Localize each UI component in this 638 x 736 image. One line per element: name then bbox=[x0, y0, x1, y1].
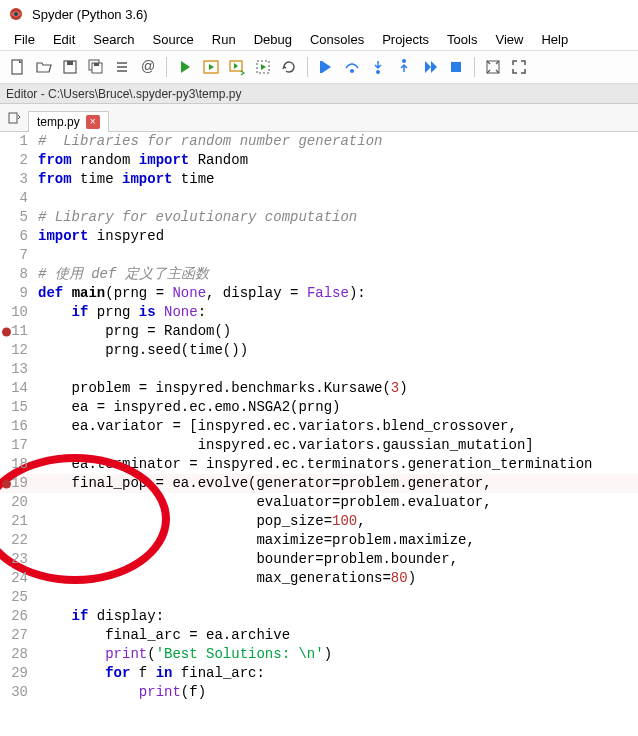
line-number[interactable]: 25 bbox=[0, 588, 34, 607]
line-number[interactable]: 3 bbox=[0, 170, 34, 189]
code-line[interactable]: 1# Libraries for random number generatio… bbox=[0, 132, 638, 151]
step-over-button[interactable] bbox=[340, 55, 364, 79]
code-text[interactable]: evaluator=problem.evaluator, bbox=[34, 493, 638, 512]
code-line[interactable]: 29 for f in final_arc: bbox=[0, 664, 638, 683]
line-number[interactable]: 18 bbox=[0, 455, 34, 474]
code-line[interactable]: 12 prng.seed(time()) bbox=[0, 341, 638, 360]
code-text[interactable] bbox=[34, 360, 638, 379]
code-line[interactable]: 19 final_pop = ea.evolve(generator=probl… bbox=[0, 474, 638, 493]
code-text[interactable]: def main(prng = None, display = False): bbox=[34, 284, 638, 303]
code-text[interactable] bbox=[34, 189, 638, 208]
line-number[interactable]: 16 bbox=[0, 417, 34, 436]
run-selection-button[interactable] bbox=[251, 55, 275, 79]
menu-consoles[interactable]: Consoles bbox=[302, 30, 372, 49]
rerun-button[interactable] bbox=[277, 55, 301, 79]
code-text[interactable]: ea.variator = [inspyred.ec.variators.ble… bbox=[34, 417, 638, 436]
code-line[interactable]: 22 maximize=problem.maximize, bbox=[0, 531, 638, 550]
code-line[interactable]: 11 prng = Random() bbox=[0, 322, 638, 341]
line-number[interactable]: 22 bbox=[0, 531, 34, 550]
code-line[interactable]: 27 final_arc = ea.archive bbox=[0, 626, 638, 645]
line-number[interactable]: 14 bbox=[0, 379, 34, 398]
step-into-button[interactable] bbox=[366, 55, 390, 79]
code-text[interactable]: # Library for evolutionary computation bbox=[34, 208, 638, 227]
code-line[interactable]: 2from random import Random bbox=[0, 151, 638, 170]
line-number[interactable]: 27 bbox=[0, 626, 34, 645]
at-button[interactable]: @ bbox=[136, 55, 160, 79]
breakpoint-icon[interactable] bbox=[2, 479, 11, 488]
code-text[interactable]: final_arc = ea.archive bbox=[34, 626, 638, 645]
close-tab-button[interactable]: × bbox=[86, 115, 100, 129]
maximize-pane-button[interactable] bbox=[481, 55, 505, 79]
run-cell-advance-button[interactable] bbox=[225, 55, 249, 79]
line-number[interactable]: 8 bbox=[0, 265, 34, 284]
code-text[interactable]: for f in final_arc: bbox=[34, 664, 638, 683]
code-line[interactable]: 8# 使用 def 定义了主函数 bbox=[0, 265, 638, 284]
code-line[interactable]: 25 bbox=[0, 588, 638, 607]
code-line[interactable]: 23 bounder=problem.bounder, bbox=[0, 550, 638, 569]
code-line[interactable]: 21 pop_size=100, bbox=[0, 512, 638, 531]
menu-view[interactable]: View bbox=[487, 30, 531, 49]
line-number[interactable]: 11 bbox=[0, 322, 34, 341]
menu-run[interactable]: Run bbox=[204, 30, 244, 49]
line-number[interactable]: 9 bbox=[0, 284, 34, 303]
fullscreen-button[interactable] bbox=[507, 55, 531, 79]
code-line[interactable]: 9def main(prng = None, display = False): bbox=[0, 284, 638, 303]
line-number[interactable]: 13 bbox=[0, 360, 34, 379]
line-number[interactable]: 1 bbox=[0, 132, 34, 151]
code-text[interactable] bbox=[34, 246, 638, 265]
line-number[interactable]: 6 bbox=[0, 227, 34, 246]
code-line[interactable]: 6import inspyred bbox=[0, 227, 638, 246]
code-line[interactable]: 16 ea.variator = [inspyred.ec.variators.… bbox=[0, 417, 638, 436]
line-number[interactable]: 7 bbox=[0, 246, 34, 265]
run-cell-button[interactable] bbox=[199, 55, 223, 79]
line-number[interactable]: 26 bbox=[0, 607, 34, 626]
menu-help[interactable]: Help bbox=[533, 30, 576, 49]
code-text[interactable]: print('Best Solutions: \n') bbox=[34, 645, 638, 664]
editor-tab[interactable]: temp.py × bbox=[28, 111, 109, 132]
code-line[interactable]: 10 if prng is None: bbox=[0, 303, 638, 322]
line-number[interactable]: 2 bbox=[0, 151, 34, 170]
code-line[interactable]: 26 if display: bbox=[0, 607, 638, 626]
code-text[interactable]: final_pop = ea.evolve(generator=problem.… bbox=[34, 474, 638, 493]
code-text[interactable]: bounder=problem.bounder, bbox=[34, 550, 638, 569]
menu-projects[interactable]: Projects bbox=[374, 30, 437, 49]
line-number[interactable]: 29 bbox=[0, 664, 34, 683]
list-button[interactable] bbox=[110, 55, 134, 79]
code-line[interactable]: 15 ea = inspyred.ec.emo.NSGA2(prng) bbox=[0, 398, 638, 417]
line-number[interactable]: 15 bbox=[0, 398, 34, 417]
line-number[interactable]: 21 bbox=[0, 512, 34, 531]
code-line[interactable]: 18 ea.terminator = inspyred.ec.terminato… bbox=[0, 455, 638, 474]
menu-source[interactable]: Source bbox=[145, 30, 202, 49]
menu-edit[interactable]: Edit bbox=[45, 30, 83, 49]
code-line[interactable]: 13 bbox=[0, 360, 638, 379]
code-text[interactable]: prng = Random() bbox=[34, 322, 638, 341]
save-all-button[interactable] bbox=[84, 55, 108, 79]
code-text[interactable]: if display: bbox=[34, 607, 638, 626]
line-number[interactable]: 28 bbox=[0, 645, 34, 664]
code-text[interactable]: ea.terminator = inspyred.ec.terminators.… bbox=[34, 455, 638, 474]
code-line[interactable]: 14 problem = inspyred.benchmarks.Kursawe… bbox=[0, 379, 638, 398]
code-text[interactable]: prng.seed(time()) bbox=[34, 341, 638, 360]
code-text[interactable]: print(f) bbox=[34, 683, 638, 702]
line-number[interactable]: 24 bbox=[0, 569, 34, 588]
code-line[interactable]: 4 bbox=[0, 189, 638, 208]
open-file-button[interactable] bbox=[32, 55, 56, 79]
code-text[interactable]: inspyred.ec.variators.gaussian_mutation] bbox=[34, 436, 638, 455]
menu-debug[interactable]: Debug bbox=[246, 30, 300, 49]
line-number[interactable]: 5 bbox=[0, 208, 34, 227]
code-line[interactable]: 20 evaluator=problem.evaluator, bbox=[0, 493, 638, 512]
line-number[interactable]: 23 bbox=[0, 550, 34, 569]
menu-tools[interactable]: Tools bbox=[439, 30, 485, 49]
menu-file[interactable]: File bbox=[6, 30, 43, 49]
line-number[interactable]: 10 bbox=[0, 303, 34, 322]
breakpoint-icon[interactable] bbox=[2, 327, 11, 336]
stop-debug-button[interactable] bbox=[444, 55, 468, 79]
continue-button[interactable] bbox=[418, 55, 442, 79]
line-number[interactable]: 20 bbox=[0, 493, 34, 512]
code-editor[interactable]: 1# Libraries for random number generatio… bbox=[0, 132, 638, 736]
code-text[interactable]: from time import time bbox=[34, 170, 638, 189]
code-text[interactable]: pop_size=100, bbox=[34, 512, 638, 531]
code-line[interactable]: 17 inspyred.ec.variators.gaussian_mutati… bbox=[0, 436, 638, 455]
code-line[interactable]: 7 bbox=[0, 246, 638, 265]
code-text[interactable]: import inspyred bbox=[34, 227, 638, 246]
